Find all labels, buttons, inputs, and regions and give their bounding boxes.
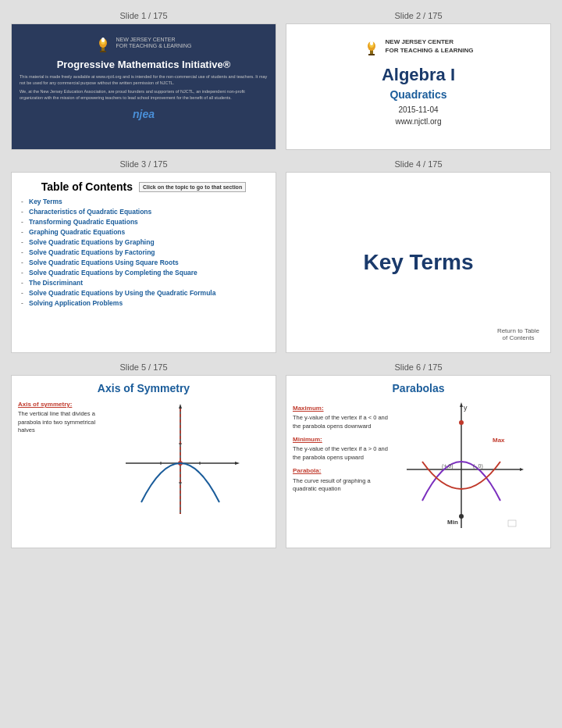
slide6-min-label: Minimum:: [293, 435, 394, 444]
toc-item-8[interactable]: The Discriminant: [21, 279, 266, 287]
slide2-algebra-title: Algebra I: [382, 65, 455, 85]
slide4-content: Key Terms Return to Tableof Contents: [286, 173, 550, 352]
slide6-content: Parabolas Maximum: The y-value of the ve…: [286, 376, 550, 548]
slide5-title: Axis of Symmetry: [18, 382, 269, 394]
svg-text:y: y: [464, 404, 468, 412]
slide1-content: NEW JERSEY CENTER FOR TEACHING & LEARNIN…: [12, 24, 276, 149]
svg-text:Max: Max: [493, 437, 505, 444]
toc-item-5[interactable]: Solve Quadratic Equations by Factoring: [21, 248, 266, 256]
slide1-header: NEW JERSEY CENTER FOR TEACHING & LEARNIN…: [95, 32, 191, 54]
slide6-title: Parabolas: [293, 382, 544, 394]
slide1-body1: This material is made freely available a…: [20, 74, 268, 86]
parabolas-svg: y Max Min: [399, 399, 524, 536]
svg-marker-12: [235, 462, 240, 465]
slide2-org-block: NEW JERSEY CENTER FOR TEACHING & LEARNIN…: [386, 37, 474, 55]
slide1-njea: njea: [133, 108, 155, 120]
svg-text:Min: Min: [447, 519, 458, 526]
slide2-subtitle: Quadratics: [389, 88, 446, 101]
slide5-label: Slide 5 / 175: [119, 362, 167, 372]
toc-item-9[interactable]: Solve Quadratic Equations by Using the Q…: [21, 289, 266, 297]
slide1: NEW JERSEY CENTER FOR TEACHING & LEARNIN…: [11, 23, 276, 150]
slide6-text: Maximum: The y-value of the vertex if a …: [293, 399, 394, 539]
svg-point-3: [101, 37, 105, 42]
svg-rect-9: [368, 54, 375, 55]
slide2: NEW JERSEY CENTER FOR TEACHING & LEARNIN…: [286, 23, 551, 150]
toc-item-6[interactable]: Solve Quadratic Equations Using Square R…: [21, 259, 266, 266]
slide6-label: Slide 6 / 175: [394, 362, 442, 372]
slide6-wrapper: Slide 6 / 175 Parabolas Maximum: The y-v…: [281, 358, 556, 553]
svg-point-8: [370, 41, 373, 45]
slide5-body: Axis of symmetry: The vertical line that…: [18, 401, 269, 525]
toc-item-3[interactable]: Graphing Quadratic Equations: [21, 228, 266, 236]
slide5-axis-label: Axis of symmetry:: [18, 401, 112, 408]
svg-marker-13: [179, 404, 182, 409]
slide4: Key Terms Return to Tableof Contents: [286, 172, 551, 353]
njctl-torch-icon: [95, 32, 111, 54]
slide1-body2: We, at the New Jersey Education Associat…: [20, 89, 268, 101]
slide4-label: Slide 4 / 175: [394, 159, 442, 169]
slide-grid: Slide 1 / 175 NEW JERSEY CENTER FOR TEAC…: [0, 0, 562, 559]
slide1-title: Progressive Mathematics Initiative®: [57, 59, 231, 70]
slide4-wrapper: Slide 4 / 175 Key Terms Return to Tableo…: [281, 155, 556, 358]
slide6-min-desc: The y-value of the vertex if a > 0 and t…: [293, 445, 394, 462]
slide1-label: Slide 1 / 175: [119, 11, 167, 20]
slide6-body: Maximum: The y-value of the vertex if a …: [293, 399, 544, 539]
slide1-org: NEW JERSEY CENTER FOR TEACHING & LEARNIN…: [116, 37, 191, 50]
slide3-click-hint: Click on the topic to go to that section: [139, 182, 246, 192]
slide6-graph: y Max Min: [399, 399, 544, 539]
slide2-header: NEW JERSEY CENTER FOR TEACHING & LEARNIN…: [364, 35, 474, 57]
toc-list: Key TermsCharacteristics of Quadratic Eq…: [21, 198, 266, 307]
slide6-parabola-label: Parabola:: [293, 466, 394, 475]
slide3-label: Slide 3 / 175: [119, 159, 167, 169]
svg-rect-4: [100, 51, 106, 52]
slide6-max-desc: The y-value of the vertex if a < 0 and t…: [293, 414, 394, 430]
slide4-return: Return to Tableof Contents: [497, 327, 539, 341]
slide1-wrapper: Slide 1 / 175 NEW JERSEY CENTER FOR TEAC…: [6, 6, 281, 155]
svg-text:(+,0): (+,0): [442, 463, 454, 469]
axis-symmetry-svg: [118, 401, 243, 522]
slide6-parabola-desc: The curve result of graphing a quadratic…: [293, 477, 394, 494]
svg-point-28: [459, 514, 464, 519]
toc-item-1[interactable]: Characteristics of Quadratic Equations: [21, 208, 266, 216]
slide5: Axis of Symmetry Axis of symmetry: The v…: [11, 375, 276, 548]
svg-marker-23: [460, 402, 463, 407]
svg-text:(-,0): (-,0): [473, 463, 483, 469]
toc-item-4[interactable]: Solve Quadratic Equations by Graphing: [21, 238, 266, 246]
slide6: Parabolas Maximum: The y-value of the ve…: [286, 375, 551, 548]
slide3-content: Table of Contents Click on the topic to …: [12, 173, 276, 352]
svg-marker-22: [520, 468, 524, 471]
slide2-torch-icon: [364, 35, 379, 57]
svg-point-26: [459, 420, 464, 425]
slide3-title: Table of Contents Click on the topic to …: [21, 180, 266, 193]
slide4-title: Key Terms: [363, 250, 473, 275]
slide2-wrapper: Slide 2 / 175 NEW JERSEY CENTER FOR TEAC…: [281, 6, 556, 155]
toc-item-7[interactable]: Solve Quadratic Equations by Completing …: [21, 269, 266, 277]
toc-item-0[interactable]: Key Terms: [21, 198, 266, 205]
slide5-graph: [118, 401, 269, 525]
slide2-url: www.njctl.org: [396, 117, 442, 126]
slide3-wrapper: Slide 3 / 175 Table of Contents Click on…: [6, 155, 281, 358]
slide3: Table of Contents Click on the topic to …: [11, 172, 276, 353]
toc-item-2[interactable]: Transforming Quadratic Equations: [21, 218, 266, 226]
slide2-label: Slide 2 / 175: [394, 11, 442, 20]
slide5-wrapper: Slide 5 / 175 Axis of Symmetry Axis of s…: [6, 358, 281, 553]
slide2-date: 2015-11-04: [398, 105, 438, 114]
toc-item-10[interactable]: Solving Application Problems: [21, 299, 266, 307]
slide5-text: Axis of symmetry: The vertical line that…: [18, 401, 112, 435]
slide5-desc: The vertical line that divides a parabol…: [18, 410, 112, 435]
slide5-content: Axis of Symmetry Axis of symmetry: The v…: [12, 376, 276, 548]
svg-rect-31: [508, 520, 516, 526]
slide6-max-label: Maximum:: [293, 404, 394, 412]
slide2-content: NEW JERSEY CENTER FOR TEACHING & LEARNIN…: [286, 24, 550, 149]
